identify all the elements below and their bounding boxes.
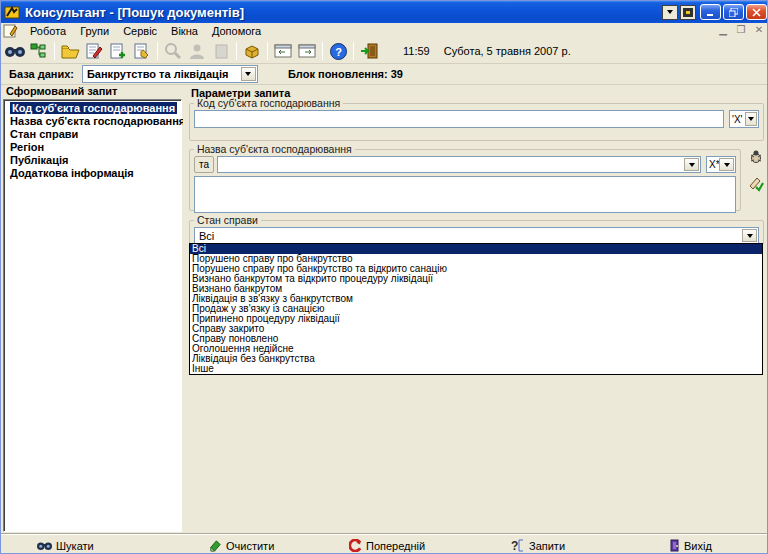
zoom-button[interactable] (161, 40, 185, 62)
edit-document-button[interactable] (82, 40, 106, 62)
search-binoculars-button[interactable] (3, 40, 27, 62)
mdi-restore-button[interactable]: ❐ (735, 24, 747, 35)
package-button[interactable] (240, 40, 264, 62)
and-operator-button[interactable]: та (194, 156, 214, 173)
groups-tree-button[interactable] (27, 40, 51, 62)
mdi-close-button[interactable]: ✕ (753, 24, 765, 35)
name-mask-value: X* (709, 159, 720, 170)
restore-button[interactable] (723, 4, 744, 20)
search-button[interactable]: Шукати (37, 537, 94, 554)
panel-left-button[interactable] (271, 40, 295, 62)
state-groupbox: Стан справи Всі (189, 214, 764, 245)
edit-check-icon[interactable] (748, 176, 764, 192)
update-block-label: Блок поновлення: 39 (288, 68, 403, 80)
document-actions-button[interactable] (130, 40, 154, 62)
database-bar: База даних: Банкрутство та ліквідація Бл… (1, 64, 768, 85)
help-icon: ? (330, 43, 347, 60)
svg-text:?: ? (511, 539, 518, 552)
chevron-down-icon (748, 117, 754, 121)
restore-icon (729, 8, 738, 17)
name-combobox[interactable] (217, 156, 701, 173)
chevron-down-icon (724, 163, 730, 167)
previous-icon (349, 539, 362, 552)
query-field-publication[interactable]: Публікація (10, 154, 181, 167)
menu-servis[interactable]: Сервіс (116, 24, 164, 38)
query-field-code[interactable]: Код суб'єкта господарювання (10, 102, 181, 115)
query-panel-header: Сформований запит (1, 85, 183, 98)
person-icon (190, 44, 204, 59)
previous-button[interactable]: Попередній (349, 537, 425, 554)
state-option[interactable]: Ліквідація без банкрутства (190, 354, 762, 364)
state-groupbox-label: Стан справи (194, 214, 261, 226)
close-button[interactable] (746, 4, 767, 20)
state-combobox-arrow[interactable] (742, 229, 757, 242)
state-combobox-value: Всі (199, 230, 214, 242)
code-groupbox-label: Код суб'єкта господарювання (194, 97, 343, 109)
menu-dopomoga[interactable]: Допомога (205, 24, 268, 38)
chevron-down-icon (667, 10, 673, 14)
document-actions-icon (133, 43, 151, 59)
menu-vikna[interactable]: Вікна (164, 24, 205, 38)
name-mask-arrow[interactable] (719, 158, 734, 171)
panel-right-button[interactable] (295, 40, 319, 62)
code-input[interactable] (194, 110, 724, 128)
clear-icon (209, 539, 222, 552)
chevron-down-icon (747, 234, 753, 238)
state-combobox[interactable]: Всі (194, 227, 759, 244)
add-document-icon (109, 43, 127, 59)
clock-time: 11:59 (403, 45, 430, 57)
package-icon (244, 44, 260, 59)
state-option[interactable]: Припинено процедуру ліквідації (190, 314, 762, 324)
menu-grupy[interactable]: Групи (73, 24, 116, 38)
database-combobox-arrow[interactable] (241, 67, 256, 81)
state-option[interactable]: Інше (190, 364, 762, 374)
person-button[interactable] (185, 40, 209, 62)
title-bar: Консультант - [Пошук документів] (1, 1, 768, 23)
mdi-minimize-button[interactable]: ▁ (717, 24, 729, 35)
query-field-region[interactable]: Регіон (10, 141, 181, 154)
open-folder-icon (61, 44, 80, 59)
zoom-icon (165, 43, 181, 59)
title-grid-button[interactable] (680, 5, 696, 20)
exit-button[interactable] (357, 40, 381, 62)
name-groupbox-label: Назва суб'єкта господарювання (194, 143, 355, 155)
open-folder-button[interactable] (58, 40, 82, 62)
queries-icon: ? (511, 539, 525, 552)
query-field-list: Код суб'єкта господарювання Назва суб'єк… (3, 99, 182, 532)
panel-splitter[interactable] (183, 85, 187, 534)
help-button[interactable]: ? (326, 40, 350, 62)
name-groupbox: Назва суб'єкта господарювання та X* (189, 143, 741, 211)
database-combobox[interactable]: Банкрутство та ліквідація (82, 65, 258, 83)
query-field-extra-info[interactable]: Додаткова інформація (10, 167, 181, 180)
add-document-button[interactable] (106, 40, 130, 62)
document-menu-icon (3, 24, 19, 38)
name-mask-combobox[interactable]: X* (706, 156, 736, 173)
title-dropdown-button[interactable] (662, 5, 678, 20)
database-combobox-value: Банкрутство та ліквідація (87, 68, 228, 80)
edit-document-icon (85, 43, 103, 59)
bottom-action-bar: Шукати Очистити Попередній ? Запити (1, 534, 768, 554)
grid-icon (683, 8, 693, 17)
thesaurus-icon[interactable] (748, 149, 764, 165)
exit-button-bottom[interactable]: Вихід (669, 537, 712, 554)
minimize-icon (707, 8, 715, 16)
document-button[interactable] (209, 40, 233, 62)
menu-bar: Робота Групи Сервіс Вікна Допомога ▁ ❐ ✕ (1, 23, 768, 39)
name-terms-listbox[interactable] (194, 176, 736, 213)
search-binoculars-icon (37, 540, 52, 551)
toolbar: ? 11:59 Субота, 5 травня 2007 р. (1, 39, 768, 64)
clear-button[interactable]: Очистити (209, 537, 274, 554)
queries-button[interactable]: ? Запити (511, 537, 565, 554)
query-field-state[interactable]: Стан справи (10, 128, 181, 141)
close-icon (752, 8, 761, 17)
code-mask-combobox[interactable]: 'X' (729, 110, 759, 128)
query-field-name[interactable]: Назва суб'єкта господарювання (10, 115, 181, 128)
minimize-button[interactable] (700, 4, 721, 20)
code-groupbox: Код суб'єкта господарювання 'X' (189, 97, 764, 141)
chevron-down-icon (689, 163, 695, 167)
name-combobox-arrow[interactable] (684, 158, 699, 171)
groups-tree-icon (30, 43, 48, 59)
database-label: База даних: (9, 68, 74, 80)
menu-robota[interactable]: Робота (23, 24, 73, 38)
code-mask-arrow[interactable] (745, 112, 757, 126)
